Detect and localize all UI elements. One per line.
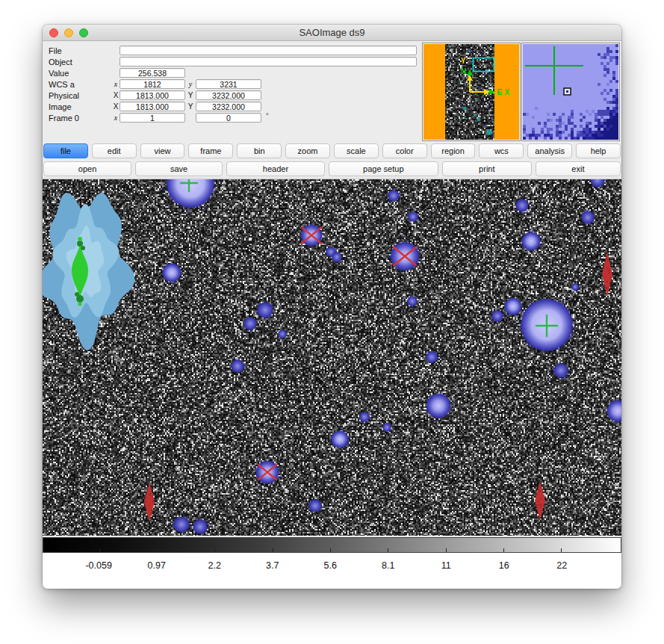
colorbar-tick (99, 548, 100, 552)
button-exit[interactable]: exit (536, 161, 621, 176)
colorbar-tick (388, 548, 388, 552)
image-display (43, 178, 621, 536)
wcs-y-sublabel: y (185, 80, 196, 88)
colorbar-label: 11 (441, 560, 451, 571)
menu-wcs[interactable]: wcs (479, 143, 524, 158)
colorbar-label: 3.7 (266, 560, 279, 571)
colorbar-label: 16 (499, 560, 509, 571)
value-label: Value (49, 69, 112, 78)
file-label: File (49, 46, 112, 55)
colorbar-tick (503, 548, 504, 552)
menu-zoom[interactable]: zoom (285, 143, 330, 158)
image-x-sublabel: X (112, 102, 120, 111)
colorbar-label: 2.2 (208, 560, 220, 571)
file-field[interactable] (120, 46, 417, 55)
colorbar-gradient[interactable] (43, 537, 621, 553)
wcs-label: WCS a (49, 80, 112, 89)
menu-analysis[interactable]: analysis (527, 143, 572, 158)
physical-label: Physical (49, 91, 112, 100)
close-icon[interactable] (49, 28, 58, 37)
menu-view[interactable]: view (140, 143, 185, 158)
menu-frame[interactable]: frame (188, 143, 233, 158)
frame-zoom-field[interactable]: 1 (120, 113, 185, 123)
image-y-field[interactable]: 3232.000 (196, 102, 261, 111)
frame-x-sublabel: x (112, 114, 120, 122)
degree-symbol: ° (266, 112, 269, 120)
colorbar-tick (157, 548, 158, 552)
button-print[interactable]: print (442, 161, 532, 176)
ds9-window: SAOImage ds9 File Object Value 256.538 W… (43, 25, 621, 589)
menu-region[interactable]: region (431, 143, 476, 158)
wcs-y-field[interactable]: 3231 (196, 79, 261, 89)
menubar-secondary: open save header page setup print exit (43, 160, 621, 178)
physical-y-field[interactable]: 3232.000 (196, 90, 261, 100)
physical-y-sublabel: Y (185, 91, 196, 99)
sky-canvas[interactable] (43, 179, 621, 536)
colorbar-label: 5.6 (323, 560, 336, 571)
image-label: Image (49, 102, 112, 111)
panner-canvas[interactable] (423, 44, 519, 140)
traffic-lights (49, 28, 88, 37)
panner[interactable] (422, 43, 521, 141)
colorbar-label: -0.059 (85, 560, 111, 571)
colorbar-label: 8.1 (382, 560, 394, 571)
frame-rotate-field[interactable]: 0 (196, 113, 261, 123)
object-label: Object (49, 58, 112, 66)
frame-label: Frame 0 (49, 114, 112, 123)
value-field[interactable]: 256.538 (120, 68, 185, 78)
wcs-x-sublabel: x (112, 80, 120, 88)
menu-scale[interactable]: scale (334, 143, 379, 158)
window-title: SAOImage ds9 (43, 25, 621, 40)
magnifier-canvas (523, 44, 618, 140)
colorbar-tick (561, 548, 562, 552)
colorbar-tick (330, 548, 331, 552)
button-open[interactable]: open (43, 161, 131, 176)
menu-help[interactable]: help (576, 143, 621, 158)
button-save[interactable]: save (135, 161, 223, 176)
info-panel: File Object Value 256.538 WCS a x 1812 y… (43, 41, 621, 142)
image-x-field[interactable]: 1813.000 (120, 102, 185, 111)
menu-file[interactable]: file (43, 143, 88, 158)
menu-color[interactable]: color (382, 143, 427, 158)
magnifier (521, 43, 620, 141)
colorbar: -0.059 0.97 2.2 3.7 5.6 8.1 11 16 22 (43, 537, 621, 589)
physical-x-field[interactable]: 1813.000 (120, 90, 185, 100)
colorbar-labels: -0.059 0.97 2.2 3.7 5.6 8.1 11 16 22 (43, 553, 621, 578)
colorbar-tick (273, 548, 273, 552)
object-field[interactable] (120, 57, 417, 66)
image-y-sublabel: Y (185, 102, 196, 111)
physical-x-sublabel: X (112, 91, 120, 99)
titlebar[interactable]: SAOImage ds9 (43, 25, 621, 41)
colorbar-label: 22 (556, 560, 567, 571)
wcs-x-field[interactable]: 1812 (120, 79, 185, 89)
colorbar-label: 0.97 (148, 560, 166, 571)
menu-edit[interactable]: edit (92, 143, 137, 158)
colorbar-tick (446, 548, 447, 552)
menu-bin[interactable]: bin (237, 143, 282, 158)
maximize-icon[interactable] (79, 28, 88, 37)
button-page-setup[interactable]: page setup (329, 161, 438, 176)
minimize-icon[interactable] (64, 28, 73, 37)
button-header[interactable]: header (226, 161, 325, 176)
menubar-primary: file edit view frame bin zoom scale colo… (43, 142, 621, 160)
colorbar-tick (215, 548, 216, 552)
